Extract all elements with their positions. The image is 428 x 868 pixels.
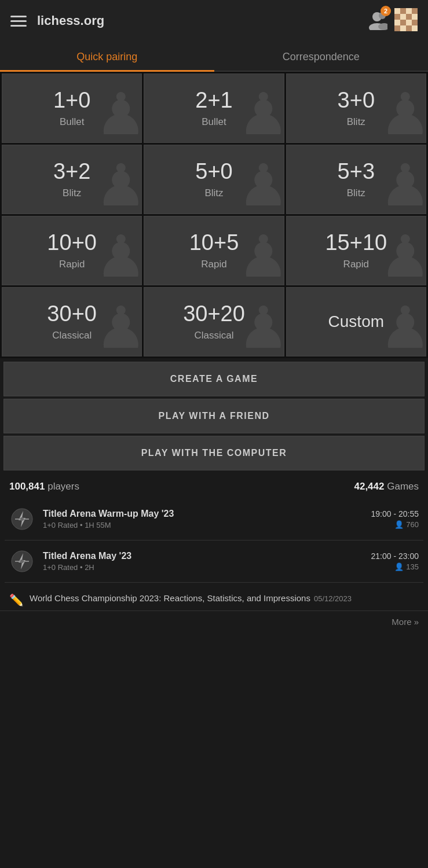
tournament-item-titled-arena-may[interactable]: Titled Arena May '23 1+0 Rated • 2H 21:0… [5,540,423,583]
pairing-cell-1-0[interactable]: ♟1+0Bullet [2,73,142,143]
svg-rect-14 [406,20,412,25]
cell-watermark: ♟ [95,223,142,285]
svg-rect-15 [412,20,418,25]
cell-watermark: ♟ [237,223,284,285]
pairing-cell-2-1[interactable]: ♟2+1Bullet [144,73,284,143]
cell-watermark: ♟ [379,80,426,143]
cell-watermark: ♟ [237,152,284,214]
site-title: lichess.org [37,13,104,28]
svg-rect-4 [394,8,400,14]
svg-rect-5 [400,8,406,14]
action-buttons: CREATE A GAME PLAY WITH A FRIEND PLAY WI… [0,358,428,470]
news-text: World Chess Championship 2023: Reactions… [30,592,352,604]
svg-rect-8 [394,14,400,20]
games-stat: 42,442 Games [354,481,419,492]
tournament-right: 19:00 - 20:55 👤 760 [371,509,419,529]
tournament-item-titled-arena-warmup[interactable]: Titled Arena Warm-up May '23 1+0 Rated •… [5,498,423,540]
tournament-name: Titled Arena May '23 [43,551,363,561]
news-date: 05/12/2023 [314,594,352,603]
create-game-button[interactable]: CREATE A GAME [3,362,425,396]
cell-watermark: ♟ [95,80,142,143]
hamburger-menu[interactable] [10,16,27,27]
cell-time: 30+0 [47,302,97,326]
cell-variant: Rapid [343,259,369,270]
chess-board-icon[interactable] [394,8,418,34]
person-icon: 👤 [394,562,404,571]
news-title: World Chess Championship 2023: Reactions… [30,593,310,603]
svg-rect-7 [412,8,418,14]
cell-variant: Classical [194,330,233,341]
pairing-cell-10-0[interactable]: ♟10+0Rapid [2,216,142,285]
tournament-info: Titled Arena May '23 1+0 Rated • 2H [43,551,363,572]
player-count: 135 [406,562,419,571]
tournament-name: Titled Arena Warm-up May '23 [43,509,363,519]
tournament-list: Titled Arena Warm-up May '23 1+0 Rated •… [0,498,428,583]
cell-time: 10+5 [189,231,239,255]
person-icon: 👤 [394,520,404,529]
svg-point-27 [20,560,24,563]
cell-watermark: ♟ [95,152,142,214]
cell-time: 3+0 [338,89,375,113]
sword-icon [10,507,34,531]
pairing-cell-30-20[interactable]: ♟30+20Classical [144,287,284,356]
cell-variant: Rapid [59,259,85,270]
tournament-meta: 1+0 Rated • 1H 55M [43,521,363,529]
header-right: 2 [367,8,418,34]
tab-correspondence[interactable]: Correspondence [214,42,429,71]
pairing-cell-30-0[interactable]: ♟30+0Classical [2,287,142,356]
pairing-cell-custom[interactable]: ♟Custom [286,287,426,356]
stats-bar: 100,841 players 42,442 Games [0,470,428,498]
play-computer-button[interactable]: PLAY WITH THE COMPUTER [3,436,425,470]
players-label: players [47,481,79,492]
cell-variant: Blitz [347,116,365,128]
notification-bell[interactable]: 2 [367,9,387,32]
player-count: 760 [406,520,419,529]
svg-rect-12 [394,20,400,25]
cell-variant: Blitz [204,187,223,199]
players-count: 100,841 [9,481,45,492]
cell-variant: Bullet [60,116,85,128]
more-link[interactable]: More » [0,611,428,632]
tournament-info: Titled Arena Warm-up May '23 1+0 Rated •… [43,509,363,529]
cell-watermark: ♟ [237,80,284,143]
svg-rect-16 [394,25,400,31]
cell-time: 3+2 [53,160,90,184]
games-count: 42,442 [354,481,384,492]
pairing-grid: ♟1+0Bullet♟2+1Bullet♟3+0Blitz♟3+2Blitz♟5… [0,72,428,358]
pairing-cell-3-2[interactable]: ♟3+2Blitz [2,145,142,214]
svg-rect-11 [412,14,418,20]
news-item[interactable]: ✏️ World Chess Championship 2023: Reacti… [0,583,428,611]
svg-rect-13 [400,20,406,25]
svg-rect-6 [406,8,412,14]
svg-rect-19 [412,25,418,31]
play-friend-button[interactable]: PLAY WITH A FRIEND [3,399,425,433]
tournament-time: 19:00 - 20:55 [371,509,419,518]
tournament-time: 21:00 - 23:00 [371,551,419,561]
cell-watermark: ♟ [95,294,142,356]
pairing-cell-10-5[interactable]: ♟10+5Rapid [144,216,284,285]
tournament-meta: 1+0 Rated • 2H [43,563,363,572]
pairing-cell-5-3[interactable]: ♟5+3Blitz [286,145,426,214]
svg-rect-17 [400,25,406,31]
sword-icon [10,550,34,573]
tournament-icon [9,506,35,532]
pairing-cell-3-0[interactable]: ♟3+0Blitz [286,73,426,143]
notification-badge: 2 [381,6,391,16]
cell-watermark: ♟ [379,152,426,214]
cell-time: 10+0 [47,231,97,255]
svg-rect-18 [406,25,412,31]
tournament-players: 👤 135 [371,562,419,571]
players-stat: 100,841 players [9,481,79,492]
cell-variant: Bullet [202,116,226,128]
pairing-cell-15-10[interactable]: ♟15+10Rapid [286,216,426,285]
cell-variant: Classical [52,330,92,341]
cell-variant: Blitz [347,187,365,199]
svg-rect-9 [400,14,406,20]
cell-time: Custom [328,313,384,331]
cell-variant: Rapid [201,259,226,270]
cell-time: 5+3 [338,160,375,184]
svg-rect-10 [406,14,412,20]
tab-quick-pairing[interactable]: Quick pairing [0,42,214,72]
pairing-cell-5-0[interactable]: ♟5+0Blitz [144,145,284,214]
cell-time: 1+0 [53,89,90,113]
